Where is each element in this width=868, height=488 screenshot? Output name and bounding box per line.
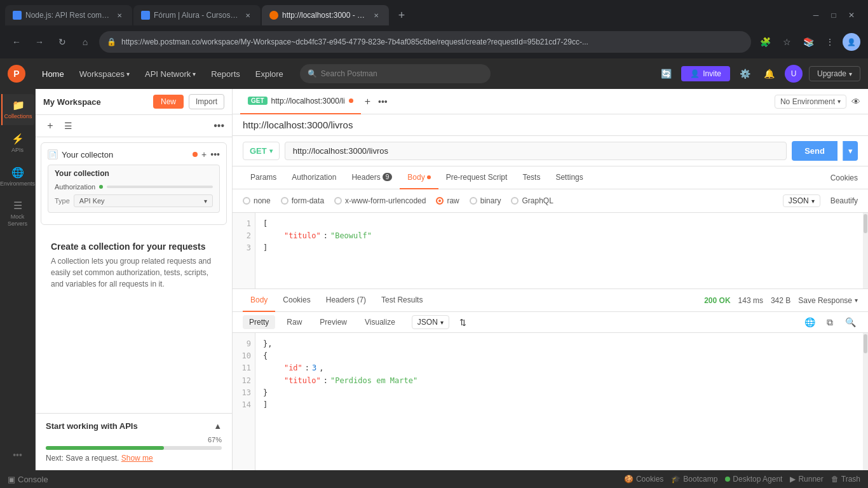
sidebar-item-mock-servers[interactable]: ☰ Mock Servers [1, 194, 34, 233]
response-cookies-tab[interactable]: Cookies [275, 289, 318, 312]
browser-tab-2[interactable]: Fórum | Alura - Cursos online de... ✕ [133, 5, 261, 25]
user-avatar[interactable]: U [785, 65, 803, 83]
new-button[interactable]: New [153, 95, 184, 109]
save-response-button[interactable]: Save Response ▾ [798, 296, 858, 305]
editor-scrollbar[interactable] [863, 213, 868, 288]
url-encoded-option[interactable]: x-www-form-urlencoded [334, 196, 426, 205]
response-body-tab[interactable]: Body [243, 289, 275, 312]
search-response-button[interactable]: 🔍 [843, 315, 858, 330]
sidebar-item-collections[interactable]: 📁 Collections [1, 94, 34, 125]
response-test-results-tab[interactable]: Test Results [374, 289, 430, 312]
browser-tab-3[interactable]: http://localhost:3000 - My... ✕ [262, 5, 389, 25]
tests-tab[interactable]: Tests [515, 166, 548, 189]
pretty-view-button[interactable]: Pretty [243, 315, 275, 329]
active-request-tab[interactable]: GET http://localhost:3000/li [240, 89, 361, 114]
sync-icon[interactable]: 🔄 [657, 65, 675, 83]
settings-tab[interactable]: Settings [548, 166, 590, 189]
nav-api-network[interactable]: API Network ▾ [139, 67, 202, 81]
body-tab[interactable]: Body [400, 166, 438, 189]
maximize-button[interactable]: □ [827, 9, 840, 22]
nav-explore[interactable]: Explore [249, 67, 290, 81]
tab2-close[interactable]: ✕ [243, 10, 253, 20]
upgrade-button[interactable]: Upgrade ▾ [809, 66, 860, 81]
toolbar-more-button[interactable]: ••• [214, 120, 224, 132]
response-headers-tab[interactable]: Headers (7) [318, 289, 374, 312]
form-data-option[interactable]: form-data [281, 196, 324, 205]
collection-add-button[interactable]: + [201, 149, 207, 159]
raw-option[interactable]: raw [436, 196, 459, 205]
none-radio [243, 197, 250, 205]
settings-icon[interactable]: ⚙️ [736, 65, 754, 83]
tabs-more-button[interactable]: ••• [374, 97, 391, 107]
toolbar-filter-button[interactable]: ☰ [61, 119, 75, 133]
graphql-option[interactable]: GraphQL [511, 196, 553, 205]
none-option[interactable]: none [243, 196, 271, 205]
cookies-link[interactable]: Cookies [831, 173, 858, 182]
collections-browser-btn[interactable]: 📚 [799, 33, 817, 51]
send-dropdown-button[interactable]: ▾ [843, 141, 858, 161]
forward-button[interactable]: → [31, 33, 48, 51]
address-bar[interactable]: 🔒 https://web.postman.co/workspace/My-Wo… [99, 31, 751, 53]
auth-bar [107, 186, 213, 188]
headers-tab[interactable]: Headers 9 [344, 166, 400, 189]
code-content[interactable]: [ "titulo": "Beowulf" ] [255, 213, 863, 288]
url-input[interactable] [285, 142, 787, 160]
close-button[interactable]: ✕ [845, 9, 858, 22]
new-tab-button[interactable]: + [393, 6, 410, 24]
nav-workspaces[interactable]: Workspaces ▾ [73, 67, 136, 81]
sidebar-item-apis[interactable]: ⚡ APIs [1, 128, 34, 159]
search-bar[interactable]: 🔍 Search Postman [300, 64, 491, 83]
browser-tab-1[interactable]: Node.js: API Rest com Express e... ✕ [5, 5, 132, 25]
import-button[interactable]: Import [189, 94, 224, 109]
collection-more-button[interactable]: ••• [210, 149, 220, 159]
settings-browser-btn[interactable]: ⋮ [821, 33, 839, 51]
invite-button[interactable]: 👤 Invite [681, 66, 730, 81]
desktop-agent-button[interactable]: Desktop Agent [725, 475, 782, 484]
runner-button[interactable]: ▶ Runner [790, 475, 823, 484]
response-scrollbar[interactable] [863, 333, 868, 470]
cookies-status-button[interactable]: 🍪 Cookies [624, 475, 663, 484]
method-selector[interactable]: GET ▾ [243, 142, 280, 160]
profile-avatar[interactable]: 👤 [843, 33, 860, 51]
environment-selector[interactable]: No Environment ▾ [775, 95, 846, 109]
back-button[interactable]: ← [8, 33, 25, 51]
response-size: 342 B [771, 296, 790, 305]
params-tab[interactable]: Params [243, 166, 284, 189]
nav-reports[interactable]: Reports [205, 67, 247, 81]
json-type-selector[interactable]: JSON ▾ [783, 194, 820, 207]
beautify-button[interactable]: Beautify [831, 196, 858, 205]
response-sort-icon[interactable]: ⇅ [459, 318, 466, 327]
visualize-view-button[interactable]: Visualize [358, 315, 402, 329]
response-json-selector[interactable]: JSON ▾ [412, 315, 449, 329]
new-request-tab-button[interactable]: + [361, 96, 374, 107]
extensions-button[interactable]: 🧩 [756, 33, 774, 51]
sidebar-more-button[interactable]: ••• [8, 445, 27, 465]
minimize-button[interactable]: ─ [810, 9, 822, 22]
home-button[interactable]: ⌂ [76, 33, 94, 51]
bootcamp-button[interactable]: 🎓 Bootcamp [671, 475, 717, 484]
toolbar-add-button[interactable]: + [43, 119, 57, 133]
trash-button[interactable]: 🗑 Trash [831, 475, 860, 484]
request-header: http://localhost:3000/livros [233, 114, 868, 136]
type-value[interactable]: API Key ▾ [74, 194, 213, 207]
send-button[interactable]: Send [792, 141, 837, 161]
collapse-start-working[interactable]: ▲ [214, 421, 222, 431]
show-me-link[interactable]: Show me [121, 454, 153, 463]
raw-view-button[interactable]: Raw [280, 315, 308, 329]
response-content[interactable]: }, { "id": 3, "titulo": "Perdidos em Mar… [255, 333, 863, 470]
preview-view-button[interactable]: Preview [313, 315, 353, 329]
nav-home[interactable]: Home [36, 67, 71, 81]
sidebar-item-environments[interactable]: 🌐 Environments [1, 161, 34, 193]
globe-icon[interactable]: 🌐 [802, 315, 817, 330]
notifications-icon[interactable]: 🔔 [761, 65, 778, 83]
pre-request-script-tab[interactable]: Pre-request Script [438, 166, 515, 189]
binary-option[interactable]: binary [470, 196, 501, 205]
tab3-close[interactable]: ✕ [371, 10, 381, 20]
reload-button[interactable]: ↻ [53, 33, 71, 51]
eye-icon-button[interactable]: 👁 [851, 97, 860, 107]
console-button[interactable]: ▣ Console [8, 475, 48, 484]
favorites-button[interactable]: ☆ [778, 33, 796, 51]
tab1-close[interactable]: ✕ [114, 10, 125, 20]
authorization-tab[interactable]: Authorization [284, 166, 344, 189]
copy-response-button[interactable]: ⧉ [822, 315, 837, 330]
